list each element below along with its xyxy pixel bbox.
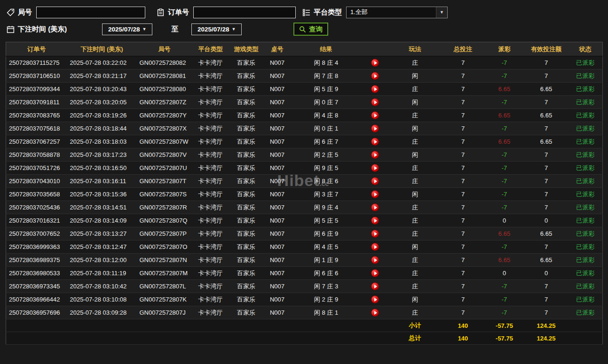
play-button[interactable]: [371, 98, 379, 106]
play-button[interactable]: [371, 243, 379, 251]
play-button[interactable]: [371, 138, 379, 146]
table-cell: 百家乐: [229, 267, 264, 280]
table-cell: 2025-07-28 03:09:28: [67, 306, 137, 319]
table-cell: 7: [524, 175, 569, 188]
play-icon: [374, 258, 377, 262]
table-cell: 闲 6 庄 9: [291, 227, 362, 240]
platform-type-select[interactable]: 1.全部 ▼: [346, 7, 448, 18]
table-cell: 闲 1 庄 9: [291, 254, 362, 267]
table-cell: 百家乐: [229, 109, 264, 122]
table-cell: 庄: [389, 83, 442, 96]
play-button[interactable]: [371, 309, 379, 317]
column-header-empty: [362, 42, 389, 56]
table-row: 2507280370076522025-07-28 03:13:27GN0072…: [6, 227, 603, 240]
replay-cell: [362, 135, 389, 148]
play-button[interactable]: [371, 256, 379, 264]
play-icon: [374, 219, 377, 223]
table-cell: 庄: [389, 175, 442, 188]
replay-cell: [362, 188, 389, 201]
play-button[interactable]: [371, 217, 379, 225]
records-table: 订单号下注时间 (美东)局号平台类型游戏类型桌号结果玩法总投注派彩有效投注额状态…: [6, 42, 603, 345]
table-cell: 百家乐: [229, 188, 264, 201]
table-cell: 250728037043010: [6, 175, 67, 188]
table-cell: 2025-07-28 03:20:05: [67, 96, 137, 109]
play-button[interactable]: [371, 124, 379, 132]
play-button[interactable]: [371, 203, 379, 211]
replay-cell: [362, 267, 389, 280]
play-button[interactable]: [371, 85, 379, 93]
table-cell: 250728037106510: [6, 70, 67, 83]
play-icon: [374, 311, 377, 315]
table-cell: 百家乐: [229, 83, 264, 96]
play-icon: [374, 245, 377, 249]
play-button[interactable]: [371, 111, 379, 119]
table-cell: 6.65: [524, 135, 569, 148]
table-cell: 7: [442, 201, 485, 214]
play-button[interactable]: [371, 230, 379, 238]
table-cell: 6.65: [485, 135, 524, 148]
table-cell: 百家乐: [229, 162, 264, 175]
table-cell: 7: [524, 306, 569, 319]
round-number-input[interactable]: [36, 7, 145, 18]
table-cell: 250728037025436: [6, 201, 67, 214]
table-cell: 百家乐: [229, 214, 264, 227]
table-cell: 7: [442, 175, 485, 188]
table-cell: 7: [442, 280, 485, 293]
table-cell: 250728037051726: [6, 162, 67, 175]
play-button[interactable]: [371, 177, 379, 185]
play-icon: [374, 87, 377, 91]
table-cell: N007: [264, 162, 291, 175]
tag-icon: [7, 8, 15, 16]
play-button[interactable]: [371, 151, 379, 159]
table-row: 2507280369993632025-07-28 03:12:47GN0072…: [6, 240, 603, 254]
play-icon: [374, 193, 377, 196]
table-cell: 0: [524, 267, 569, 280]
table-cell: 百家乐: [229, 135, 264, 148]
table-cell: 闲: [389, 293, 442, 306]
play-button[interactable]: [371, 269, 379, 277]
table-cell: 250728037115275: [6, 56, 67, 70]
table-cell: N007: [264, 96, 291, 109]
table-cell: 闲: [389, 122, 442, 135]
date-from-select[interactable]: 2025/07/28 ▼: [102, 23, 152, 35]
table-cell: 卡卡湾厅: [192, 109, 229, 122]
play-icon: [374, 271, 377, 275]
play-button[interactable]: [371, 164, 379, 172]
records-table-container: 订单号下注时间 (美东)局号平台类型游戏类型桌号结果玩法总投注派彩有效投注额状态…: [6, 42, 602, 345]
date-from-value: 2025/07/28: [108, 26, 140, 33]
play-icon: [374, 153, 377, 157]
total-cell: 140: [442, 319, 485, 332]
table-cell: 已派彩: [569, 267, 603, 280]
play-button[interactable]: [371, 72, 379, 80]
table-row: 2507280369576962025-07-28 03:09:28GN0072…: [6, 306, 603, 319]
table-cell: 庄: [389, 267, 442, 280]
total-cell: 小计: [389, 319, 442, 332]
play-button[interactable]: [371, 190, 379, 198]
play-button[interactable]: [371, 295, 379, 303]
date-to-label: 至: [171, 25, 178, 34]
column-header: 平台类型: [192, 42, 229, 56]
table-cell: 7: [442, 240, 485, 254]
query-button[interactable]: 查询: [293, 23, 328, 36]
table-row: 2507280370756182025-07-28 03:18:44GN0072…: [6, 122, 603, 135]
table-row: 2507280370517262025-07-28 03:16:50GN0072…: [6, 162, 603, 175]
table-cell: 250728037099344: [6, 83, 67, 96]
table-cell: 已派彩: [569, 135, 603, 148]
play-button[interactable]: [371, 59, 379, 67]
replay-cell: [362, 306, 389, 319]
order-number-label: 订单号: [168, 8, 189, 17]
play-icon: [374, 298, 377, 302]
table-cell: 已派彩: [569, 70, 603, 83]
play-button[interactable]: [371, 282, 379, 290]
query-button-label: 查询: [309, 25, 323, 34]
table-cell: 已派彩: [569, 83, 603, 96]
table-cell: 2025-07-28 03:18:03: [67, 135, 137, 148]
table-cell: 6.65: [524, 109, 569, 122]
column-header: 玩法: [389, 42, 442, 56]
table-cell: N007: [264, 306, 291, 319]
date-to-select[interactable]: 2025/07/28 ▼: [191, 23, 242, 35]
order-number-input[interactable]: [193, 7, 296, 18]
table-cell: 闲 5 庄 5: [291, 214, 362, 227]
platform-type-filter: 平台类型 1.全部 ▼: [302, 7, 448, 18]
total-cell: -57.75: [485, 332, 524, 345]
